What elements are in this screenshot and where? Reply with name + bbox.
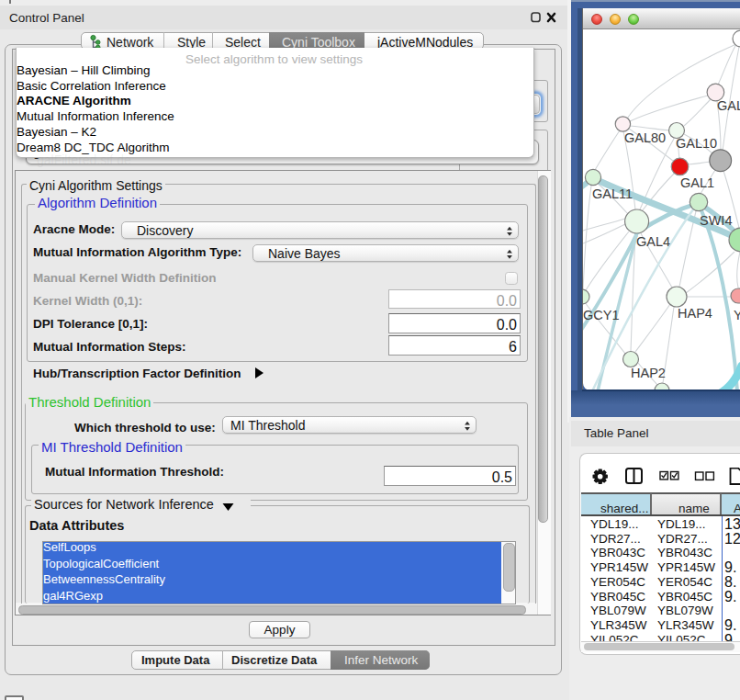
svg-text:GCY1: GCY1: [583, 308, 620, 322]
svg-text:GAL10: GAL10: [676, 136, 717, 151]
svg-text:Y: Y: [734, 308, 740, 322]
svg-text:HAP2: HAP2: [631, 366, 666, 380]
svg-text:GAL80: GAL80: [624, 130, 666, 145]
svg-text:HAP4: HAP4: [678, 306, 712, 321]
svg-text:GAL4: GAL4: [636, 234, 670, 249]
svg-text:GAL11: GAL11: [592, 186, 633, 201]
svg-text:GAL1: GAL1: [680, 175, 714, 190]
svg-text:GAL7: GAL7: [717, 98, 740, 113]
svg-text:SWI4: SWI4: [700, 213, 732, 228]
